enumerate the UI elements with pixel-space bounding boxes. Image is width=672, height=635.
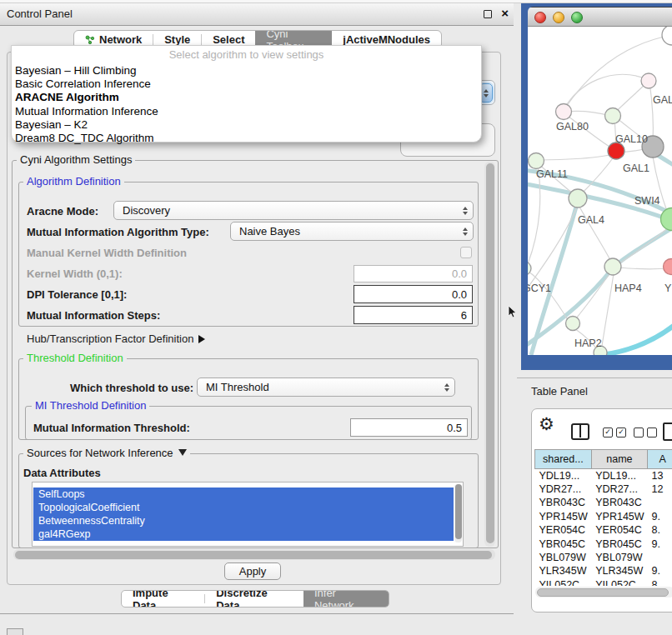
table-row[interactable]: YBR043C YBR043C bbox=[535, 496, 672, 509]
mi-type-label: Mutual Information Algorithm Type: bbox=[27, 226, 209, 238]
node-label: GAL11 bbox=[536, 168, 568, 180]
node-salmon[interactable] bbox=[664, 259, 672, 275]
which-threshold-combo[interactable]: MI Threshold bbox=[197, 378, 455, 397]
disclosure-right-icon[interactable] bbox=[198, 335, 205, 343]
close-traffic-light-icon[interactable] bbox=[534, 12, 546, 23]
hub-definition-toggle[interactable]: Hub/Transcription Factor Definition bbox=[27, 332, 205, 345]
tab-discretize-data-label: Discretize Data bbox=[216, 590, 293, 608]
kernel-width-value: 0.0 bbox=[452, 268, 467, 280]
table-row[interactable]: YIL052C YIL052C 8. bbox=[535, 578, 672, 586]
data-attributes-list[interactable]: SelfLoops TopologicalCoefficient Between… bbox=[32, 482, 464, 547]
menu-item[interactable]: Bayesian – Hill Climbing bbox=[14, 64, 484, 78]
cell: YLR345W bbox=[535, 564, 592, 578]
settings-vertical-scrollbar[interactable] bbox=[484, 162, 495, 547]
mi-steps-value: 6 bbox=[461, 309, 467, 322]
table-row[interactable]: YDR27... YDR27... 12 bbox=[535, 482, 672, 496]
chevron-updown-icon bbox=[463, 207, 468, 215]
tab-impute-data[interactable]: Impute Data bbox=[122, 591, 204, 607]
dpi-tolerance-label: DPI Tolerance [0,1]: bbox=[27, 288, 127, 301]
split-view-icon[interactable] bbox=[571, 423, 589, 440]
node-label: GAL bbox=[653, 94, 672, 106]
column-header-name[interactable]: name bbox=[591, 450, 647, 469]
list-item[interactable]: gal4RGexp bbox=[33, 528, 454, 541]
cell: 9. bbox=[648, 510, 672, 523]
node-gal1[interactable] bbox=[608, 142, 624, 159]
node-label: SWI4 bbox=[634, 195, 660, 207]
menu-item[interactable]: Mutual Information Inference bbox=[14, 105, 484, 118]
cell: 13 bbox=[648, 469, 672, 482]
control-panel-titlebar[interactable]: Control Panel × bbox=[0, 3, 514, 26]
new-document-icon[interactable] bbox=[663, 422, 672, 441]
bottom-tabbar: Impute Data Discretize Data Infer Networ… bbox=[121, 590, 389, 608]
list-item[interactable]: BetweennessCentrality bbox=[33, 514, 454, 528]
float-window-icon[interactable] bbox=[484, 10, 492, 18]
table-row[interactable]: YPR145W YPR145W 9. bbox=[535, 510, 672, 523]
menu-item[interactable]: Bayesian – K2 bbox=[14, 118, 484, 132]
table-row[interactable]: YBL079W YBL079W bbox=[535, 551, 672, 564]
chevron-updown-icon bbox=[463, 228, 468, 236]
menu-item[interactable]: Basic Correlation Inference bbox=[14, 78, 484, 91]
menu-item[interactable]: Dream8 DC_TDC Algorithm bbox=[14, 132, 484, 145]
manual-kernel-checkbox bbox=[460, 247, 472, 258]
node-gal11[interactable] bbox=[529, 153, 544, 169]
cell: YBL079W bbox=[535, 551, 592, 564]
table-row[interactable]: YBR045C YBR045C 9. bbox=[535, 537, 672, 550]
table-panel-title: Table Panel bbox=[531, 385, 588, 398]
menu-item-selected[interactable]: ARACNE Algorithm bbox=[14, 91, 484, 104]
tab-select-label: Select bbox=[213, 33, 244, 46]
disclosure-down-icon[interactable] bbox=[178, 449, 187, 456]
gear-icon[interactable]: ⚙ bbox=[539, 414, 554, 434]
node-gal4[interactable] bbox=[569, 189, 587, 208]
aracne-mode-combo[interactable]: Discovery bbox=[113, 201, 474, 220]
list-item[interactable]: TopologicalCoefficient bbox=[33, 501, 454, 514]
mi-steps-field[interactable]: 6 bbox=[354, 306, 473, 324]
divider bbox=[0, 613, 514, 614]
zoom-traffic-light-icon[interactable] bbox=[571, 12, 583, 23]
table-row[interactable]: YER054C YER054C 8. bbox=[535, 523, 672, 537]
kernel-width-field: 0.0 bbox=[354, 265, 473, 282]
mi-threshold-legend: MI Threshold Definition bbox=[32, 400, 149, 412]
column-header[interactable]: A bbox=[648, 450, 672, 469]
cell: 9. bbox=[648, 537, 672, 550]
network-edge-cyan bbox=[601, 325, 672, 355]
sources-legend[interactable]: Sources for Network Inference bbox=[23, 448, 190, 459]
dpi-tolerance-field[interactable]: 0.0 bbox=[354, 285, 473, 303]
mi-threshold-field[interactable]: 0.5 bbox=[350, 418, 468, 437]
node-label: GAL1 bbox=[623, 162, 649, 174]
mini-panel-button[interactable] bbox=[7, 628, 23, 635]
node[interactable] bbox=[641, 73, 656, 88]
sources-legend-label: Sources for Network Inference bbox=[27, 447, 173, 459]
table-clip: shared... name A YDL19... YDL19... 13 YD… bbox=[534, 449, 672, 586]
settings-horizontal-scrollbar[interactable] bbox=[13, 549, 495, 560]
chevron-updown-icon bbox=[444, 383, 449, 392]
apply-button[interactable]: Apply bbox=[224, 562, 281, 580]
checkbox-unchecked-icon[interactable] bbox=[647, 428, 657, 438]
node[interactable] bbox=[662, 27, 672, 45]
table-horizontal-scrollbar[interactable] bbox=[535, 587, 672, 598]
node-label: HAP2 bbox=[574, 338, 602, 349]
node-hap4[interactable] bbox=[604, 258, 621, 275]
cell bbox=[648, 551, 672, 564]
network-window-titlebar[interactable] bbox=[528, 7, 672, 27]
node-hap2[interactable] bbox=[566, 317, 580, 331]
checkbox-checked-icon[interactable]: ✓ bbox=[616, 428, 626, 438]
list-item[interactable]: SelfLoops bbox=[33, 488, 454, 501]
checkbox-checked-icon[interactable]: ✓ bbox=[603, 428, 613, 438]
checkbox-unchecked-icon[interactable] bbox=[634, 428, 644, 438]
node-gal10[interactable] bbox=[605, 108, 621, 124]
minimize-traffic-light-icon[interactable] bbox=[553, 12, 564, 23]
tab-infer-network[interactable]: Infer Network bbox=[303, 591, 389, 607]
close-icon[interactable]: × bbox=[501, 6, 509, 20]
tab-discretize-data[interactable]: Discretize Data bbox=[205, 591, 303, 607]
network-canvas[interactable]: GAL GAL80 GAL10 GAL1 GAL11 SWI4 GAL4 GCY… bbox=[528, 27, 672, 355]
column-header-shared-name[interactable]: shared... bbox=[535, 450, 592, 469]
cell: YER054C bbox=[535, 523, 592, 537]
table-row[interactable]: YLR345W YLR345W 9. bbox=[535, 564, 672, 578]
node-gal80[interactable] bbox=[556, 104, 572, 120]
cell: YIL052C bbox=[591, 578, 647, 586]
network-edges-teal bbox=[528, 153, 672, 355]
cell: 12 bbox=[648, 482, 672, 496]
mi-type-combo[interactable]: Naive Bayes bbox=[230, 222, 474, 241]
list-scrollbar[interactable] bbox=[454, 484, 462, 542]
table-row[interactable]: YDL19... YDL19... 13 bbox=[535, 469, 672, 482]
